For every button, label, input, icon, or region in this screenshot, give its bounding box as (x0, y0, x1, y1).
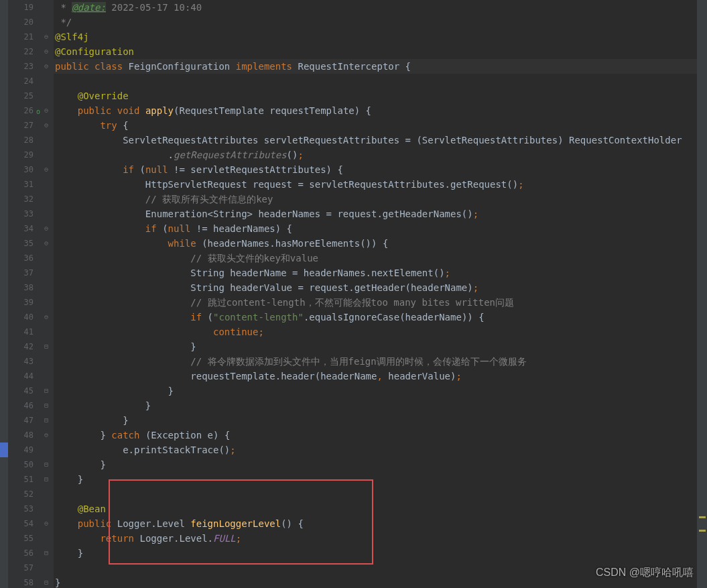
fold-mark[interactable]: ⊟ (44, 398, 48, 413)
code-line[interactable]: */ (54, 15, 697, 30)
fold-mark[interactable]: ⊟ (44, 384, 48, 398)
code-line[interactable]: } (54, 398, 697, 413)
line-number[interactable]: 43 (8, 354, 34, 369)
code-line[interactable]: continue; (54, 325, 697, 339)
line-number[interactable]: 20 (8, 15, 34, 30)
fold-mark[interactable]: ⊟ (44, 457, 48, 472)
line-number[interactable]: 29 (8, 148, 34, 162)
code-line[interactable]: .getRequestAttributes(); (54, 148, 697, 162)
code-line[interactable]: } (54, 472, 697, 487)
line-number-gutter[interactable]: 1920212223242526o↑2728293031323334353637… (8, 0, 40, 588)
code-line[interactable]: @Bean (54, 502, 697, 516)
code-line[interactable]: return Logger.Level.FULL; (54, 531, 697, 546)
code-line[interactable]: String headerName = headerNames.nextElem… (54, 266, 697, 280)
code-line[interactable]: // 获取所有头文件信息的key (54, 192, 697, 207)
code-line[interactable]: requestTemplate.header(headerName, heade… (54, 369, 697, 384)
line-number[interactable]: 48 (8, 428, 34, 443)
code-area[interactable]: * @date: 2022-05-17 10:40 */@Slf4j@Confi… (54, 0, 697, 588)
code-line[interactable]: * @date: 2022-05-17 10:40 (54, 0, 697, 15)
line-number[interactable]: 53 (8, 502, 34, 516)
fold-mark[interactable]: ⊖ (44, 516, 48, 531)
line-number[interactable]: 25 (8, 89, 34, 103)
code-line[interactable]: } (54, 575, 697, 588)
code-line[interactable]: public void apply(RequestTemplate reques… (54, 103, 697, 118)
line-number[interactable]: 42 (8, 339, 34, 354)
code-line[interactable]: HttpServletRequest request = servletRequ… (54, 177, 697, 192)
fold-mark[interactable]: ⊖ (44, 310, 48, 325)
fold-mark[interactable]: ⊖ (44, 59, 48, 74)
line-number[interactable]: 58 (8, 575, 34, 588)
line-number[interactable]: 27 (8, 118, 34, 133)
fold-mark[interactable]: ⊖ (44, 221, 48, 236)
line-number[interactable]: 26o↑ (8, 103, 34, 118)
code-line[interactable]: if ("content-length".equalsIgnoreCase(he… (54, 310, 697, 325)
code-line[interactable]: try { (54, 118, 697, 133)
code-line[interactable]: while (headerNames.hasMoreElements()) { (54, 236, 697, 251)
code-line[interactable]: // 获取头文件的key和value (54, 251, 697, 266)
code-line[interactable]: public Logger.Level feignLoggerLevel() { (54, 516, 697, 531)
fold-mark[interactable]: ⊟ (44, 472, 48, 487)
line-number[interactable]: 33 (8, 207, 34, 221)
fold-mark[interactable]: ⊟ (44, 413, 48, 428)
code-line[interactable]: @Configuration (54, 44, 697, 59)
line-number[interactable]: 51 (8, 472, 34, 487)
line-number[interactable]: 54 (8, 516, 34, 531)
code-line[interactable]: // 将令牌数据添加到头文件中，当用feign调用的时候，会传递给下一个微服务 (54, 354, 697, 369)
line-number[interactable]: 40 (8, 310, 34, 325)
code-line[interactable]: if (null != headerNames) { (54, 221, 697, 236)
code-line[interactable]: if (null != servletRequestAttributes) { (54, 162, 697, 177)
line-number[interactable]: 41 (8, 325, 34, 339)
line-number[interactable]: 44 (8, 369, 34, 384)
fold-mark[interactable]: ⊟ (44, 339, 48, 354)
line-number[interactable]: 34 (8, 221, 34, 236)
line-number[interactable]: 57 (8, 561, 34, 575)
code-line[interactable]: e.printStackTrace(); (54, 443, 697, 457)
line-number[interactable]: 19 (8, 0, 34, 15)
code-line[interactable]: @Override (54, 89, 697, 103)
line-number[interactable]: 37 (8, 266, 34, 280)
line-number[interactable]: 50 (8, 457, 34, 472)
line-number[interactable]: 46 (8, 398, 34, 413)
line-number[interactable]: 24 (8, 74, 34, 89)
code-line[interactable]: } (54, 413, 697, 428)
line-number[interactable]: 49 (8, 443, 34, 457)
line-number[interactable]: 23 (8, 59, 34, 74)
line-number[interactable]: 45 (8, 384, 34, 398)
fold-gutter[interactable]: ⊖⊖⊖⊖⊖⊖⊖⊖⊖⊟⊟⊟⊟⊖⊟⊟⊖⊟⊟ (40, 0, 54, 588)
line-number[interactable]: 32 (8, 192, 34, 207)
code-line[interactable]: } (54, 457, 697, 472)
fold-mark[interactable]: ⊖ (44, 428, 48, 443)
code-line[interactable] (54, 487, 697, 502)
code-line[interactable]: } (54, 384, 697, 398)
line-number[interactable]: 30 (8, 162, 34, 177)
line-number[interactable]: 36 (8, 251, 34, 266)
fold-mark[interactable]: ⊟ (44, 546, 48, 561)
fold-mark[interactable]: ⊖ (44, 236, 48, 251)
line-number[interactable]: 52 (8, 487, 34, 502)
fold-mark[interactable]: ⊖ (44, 162, 48, 177)
line-number[interactable]: 55 (8, 531, 34, 546)
line-number[interactable]: 39 (8, 295, 34, 310)
code-line[interactable]: public class FeignConfiguration implemen… (54, 59, 697, 74)
code-line[interactable] (54, 561, 697, 575)
code-line[interactable]: } (54, 339, 697, 354)
code-line[interactable]: @Slf4j (54, 30, 697, 44)
line-number[interactable]: 21 (8, 30, 34, 44)
line-number[interactable]: 56 (8, 546, 34, 561)
code-line[interactable]: } catch (Exception e) { (54, 428, 697, 443)
line-number[interactable]: 31 (8, 177, 34, 192)
right-marker-strip[interactable] (697, 0, 707, 588)
fold-mark[interactable]: ⊖ (44, 30, 48, 44)
line-number[interactable]: 28 (8, 133, 34, 148)
fold-mark[interactable]: ⊖ (44, 44, 48, 59)
code-line[interactable]: // 跳过content-length，不然可能会报too many bites… (54, 295, 697, 310)
fold-mark[interactable]: ⊟ (44, 575, 48, 588)
scrollbar-marker[interactable] (699, 516, 706, 518)
scrollbar-marker[interactable] (699, 530, 706, 532)
fold-mark[interactable]: ⊖ (44, 118, 48, 133)
code-line[interactable] (54, 74, 697, 89)
code-line[interactable]: Enumeration<String> headerNames = reques… (54, 207, 697, 221)
line-number[interactable]: 38 (8, 280, 34, 295)
fold-mark[interactable]: ⊖ (44, 103, 48, 118)
code-line[interactable]: } (54, 546, 697, 561)
